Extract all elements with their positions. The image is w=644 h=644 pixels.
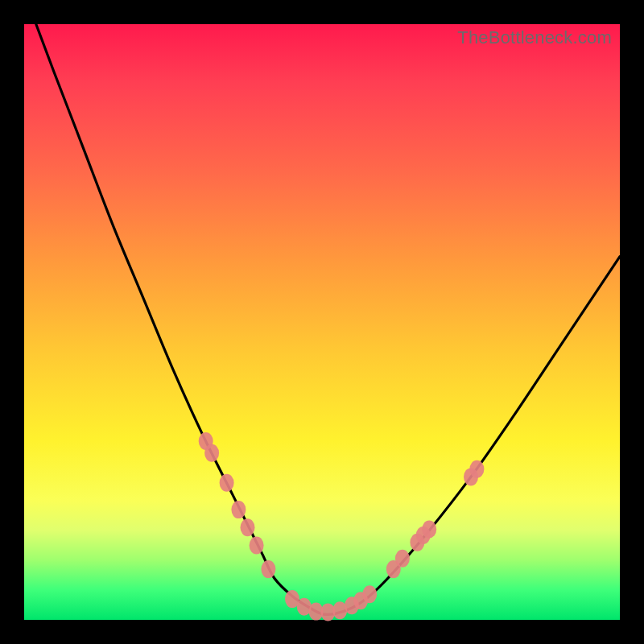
data-marker — [261, 560, 275, 578]
data-marker — [241, 518, 255, 536]
marker-layer — [199, 432, 485, 621]
data-marker — [469, 460, 484, 478]
data-marker — [204, 444, 219, 462]
chart-plot-area: TheBottleneck.com — [24, 24, 620, 620]
data-marker — [422, 521, 436, 539]
chart-svg — [24, 24, 620, 620]
data-marker — [395, 550, 410, 568]
data-marker — [220, 474, 234, 492]
curve-layer — [36, 24, 620, 615]
data-marker — [250, 537, 264, 555]
data-marker — [231, 501, 246, 518]
bottleneck-curve — [36, 24, 620, 615]
data-marker — [362, 585, 377, 603]
chart-frame: TheBottleneck.com — [0, 0, 644, 644]
